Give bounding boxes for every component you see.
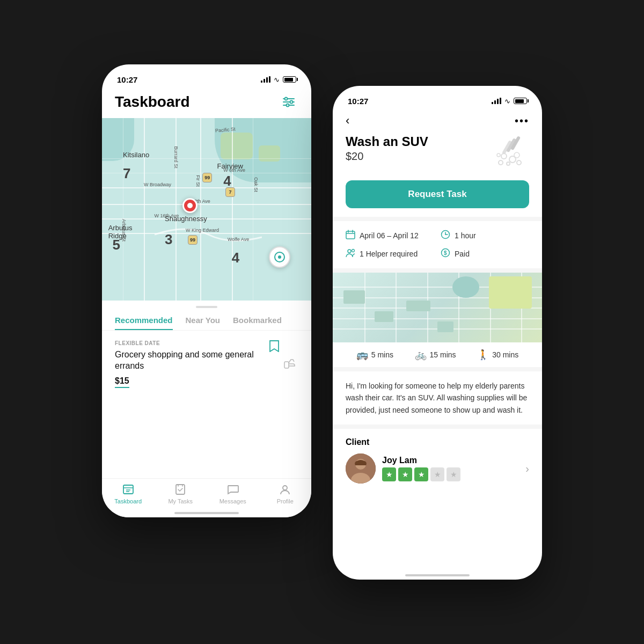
filter-icon[interactable]: [279, 92, 298, 112]
taskboard-icon: [122, 483, 135, 496]
description-text: Hi, I'm looking for someone to help my e…: [346, 380, 529, 416]
meta-dates-text: April 06 – April 12: [360, 231, 419, 240]
calendar-icon: [346, 230, 355, 241]
svg-point-20: [517, 160, 521, 165]
home-indicator: [174, 512, 239, 514]
bike-icon: 🚲: [415, 349, 427, 361]
transit-walk: 🚶 30 mins: [477, 349, 518, 361]
task-card[interactable]: FLEXIBLE DATE Grocery shopping and some …: [102, 333, 311, 396]
meta-payment-text: Paid: [455, 250, 470, 258]
map-street-oak: Oak St: [253, 177, 259, 192]
svg-point-22: [514, 152, 519, 158]
map-street-burrard: Burrard St: [173, 146, 179, 168]
right-phone: 10:27 ∿ ‹ ••• Wash an SUV: [333, 86, 542, 580]
transit-info: 🚌 5 mins 🚲 15 mins 🚶 30 mins: [333, 342, 542, 367]
tab-bookmarked[interactable]: Bookmarked: [233, 311, 282, 330]
star-1: ★: [382, 467, 396, 481]
svg-point-16: [501, 153, 507, 159]
right-time: 10:27: [348, 97, 368, 106]
svg-point-17: [499, 160, 503, 165]
right-status-bar: 10:27 ∿: [333, 86, 542, 109]
svg-rect-6: [284, 362, 289, 368]
highway-7-badge: 7: [225, 187, 235, 197]
task-detail-price: $20: [346, 150, 428, 163]
page-title: Taskboard: [115, 93, 190, 111]
task-detail-text: Wash an SUV $20: [346, 134, 428, 163]
bike-time: 15 mins: [430, 350, 456, 359]
map-num-4b: 4: [232, 250, 239, 266]
task-detail-title: Wash an SUV: [346, 134, 428, 149]
wifi-icon: ∿: [274, 76, 280, 84]
nav-messages-label: Messages: [219, 498, 246, 504]
svg-rect-7: [123, 485, 133, 494]
tab-recommended[interactable]: Recommended: [115, 311, 173, 330]
nav-my-tasks-label: My Tasks: [168, 498, 193, 504]
battery-icon: [283, 76, 296, 83]
walk-time: 30 mins: [492, 350, 518, 359]
section-divider-2: [333, 268, 542, 273]
client-info: Joy Lam ★ ★ ★ ★ ★: [382, 456, 519, 481]
star-4: ★: [430, 467, 444, 481]
task-tabs: Recommended Near You Bookmarked: [102, 311, 311, 331]
mini-map[interactable]: [333, 273, 542, 342]
nav-my-tasks[interactable]: My Tasks: [155, 483, 207, 504]
client-name: Joy Lam: [382, 456, 519, 465]
right-home-indicator: [405, 574, 470, 576]
nav-profile[interactable]: Profile: [259, 483, 312, 504]
bookmark-icon[interactable]: [269, 340, 279, 354]
client-chevron-icon[interactable]: ›: [525, 463, 529, 475]
map-street-king: W King Edward: [186, 228, 219, 233]
svg-rect-23: [346, 231, 355, 239]
highway-99-badge-2: 99: [188, 235, 197, 245]
map-num-7: 7: [123, 165, 130, 182]
task-price: $15: [115, 376, 129, 388]
map-street-broadway: W Broadway: [144, 182, 171, 187]
my-tasks-icon: [174, 483, 187, 496]
map-street-wolfe: Wolfe Ave: [228, 237, 249, 242]
left-header: Taskboard: [102, 88, 311, 118]
meta-helpers: 1 Helper required: [346, 248, 434, 260]
svg-point-18: [507, 162, 510, 165]
svg-point-5: [287, 104, 289, 107]
client-row[interactable]: Joy Lam ★ ★ ★ ★ ★ ›: [346, 453, 529, 484]
map-label-shaughnessy: Shaughnessy: [165, 215, 207, 223]
svg-text:$: $: [444, 250, 447, 256]
tab-near-you[interactable]: Near You: [186, 311, 220, 330]
task-description: Hi, I'm looking for someone to help my e…: [333, 371, 542, 425]
right-battery-icon: [514, 98, 527, 104]
left-time: 10:27: [117, 75, 137, 84]
nav-messages[interactable]: Messages: [207, 483, 259, 504]
dollar-icon: $: [441, 248, 450, 260]
highway-99-badge: 99: [202, 173, 212, 182]
meta-helpers-text: 1 Helper required: [360, 250, 418, 258]
svg-point-4: [290, 101, 293, 104]
client-avatar: [346, 453, 376, 484]
left-phone: 10:27 ∿ Taskboard: [102, 64, 311, 517]
more-button[interactable]: •••: [515, 115, 529, 127]
bus-time: 5 mins: [371, 350, 393, 359]
map-label-kitsilano: Kitsilano: [123, 151, 149, 159]
svg-point-12: [283, 486, 287, 490]
back-button[interactable]: ‹: [346, 114, 349, 128]
map-area[interactable]: W Broadway W 12th Ave W 16th Ave W King …: [102, 118, 311, 301]
profile-icon: [279, 483, 291, 496]
meta-payment: $ Paid: [441, 248, 529, 260]
messages-icon: [226, 483, 239, 496]
star-2: ★: [398, 467, 412, 481]
svg-point-30: [348, 250, 351, 253]
client-rating: ★ ★ ★ ★ ★: [382, 467, 519, 481]
client-section: Client Joy Lam: [333, 429, 542, 492]
request-task-button[interactable]: Request Task: [346, 180, 529, 208]
locate-me-button[interactable]: [269, 246, 290, 268]
meta-dates: April 06 – April 12: [346, 230, 434, 241]
left-status-bar: 10:27 ∿: [102, 64, 311, 88]
map-num-5: 5: [113, 237, 120, 253]
task-suv-icon: [492, 134, 529, 172]
client-label: Client: [346, 437, 529, 447]
map-street-fir: Fir St: [195, 175, 200, 187]
section-divider-1: [333, 217, 542, 221]
transit-bus: 🚌 5 mins: [356, 349, 393, 361]
nav-taskboard[interactable]: Taskboard: [102, 483, 155, 504]
section-divider-3: [333, 367, 542, 371]
clock-icon: [441, 230, 450, 241]
